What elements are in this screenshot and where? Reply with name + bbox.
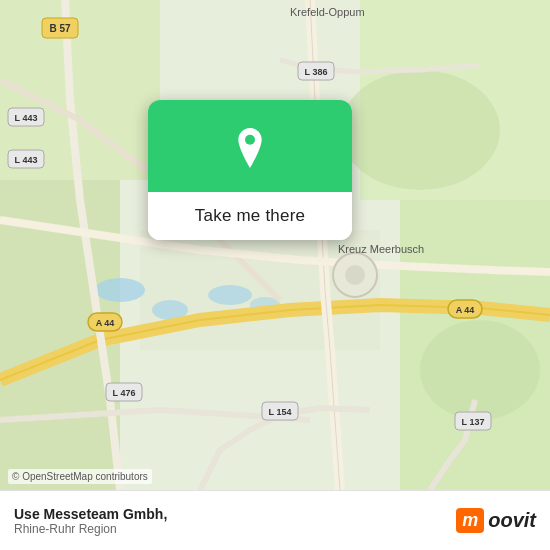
svg-point-6	[420, 320, 540, 420]
location-name: Use Messeteam Gmbh,	[14, 506, 167, 522]
map-attribution: © OpenStreetMap contributors	[8, 469, 152, 484]
location-popup: Take me there	[148, 100, 352, 240]
svg-point-13	[345, 265, 365, 285]
svg-text:L 137: L 137	[462, 417, 485, 427]
svg-text:A 44: A 44	[96, 318, 115, 328]
svg-text:L 443: L 443	[15, 155, 38, 165]
svg-point-8	[95, 278, 145, 302]
svg-point-5	[340, 70, 500, 190]
location-info: Use Messeteam Gmbh, Rhine-Ruhr Region	[14, 506, 167, 536]
svg-point-10	[208, 285, 252, 305]
popup-header	[148, 100, 352, 192]
svg-text:L 443: L 443	[15, 113, 38, 123]
location-pin-icon	[230, 128, 270, 168]
svg-text:L 386: L 386	[305, 67, 328, 77]
svg-text:Krefeld-Oppum: Krefeld-Oppum	[290, 6, 365, 18]
take-me-there-button[interactable]: Take me there	[148, 192, 352, 240]
svg-point-34	[245, 135, 255, 145]
svg-text:L 476: L 476	[113, 388, 136, 398]
moovit-logo: m oovit	[456, 508, 536, 533]
map-view[interactable]: B 57 L 386 L 443 L 443 Krefeld-Oppum Kre…	[0, 0, 550, 490]
moovit-m-icon: m	[456, 508, 484, 533]
svg-text:A 44: A 44	[456, 305, 475, 315]
location-region: Rhine-Ruhr Region	[14, 522, 167, 536]
bottom-bar: Use Messeteam Gmbh, Rhine-Ruhr Region m …	[0, 490, 550, 550]
svg-text:B 57: B 57	[49, 23, 71, 34]
svg-text:Kreuz Meerbusch: Kreuz Meerbusch	[338, 243, 424, 255]
moovit-text: oovit	[488, 509, 536, 532]
svg-text:L 154: L 154	[269, 407, 292, 417]
